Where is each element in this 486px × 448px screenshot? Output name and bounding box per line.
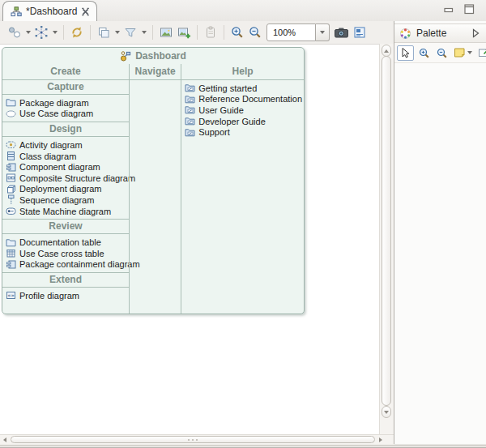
collapse-arrow-icon[interactable] — [472, 28, 480, 38]
component-diagram-icon — [6, 162, 16, 173]
list-item-support[interactable]: Support — [181, 126, 304, 138]
vertical-scrollbar[interactable] — [379, 44, 394, 434]
nodes-icon — [7, 25, 22, 40]
toolbar-separator — [224, 25, 224, 40]
zoom-level-dropdown-button[interactable] — [316, 23, 330, 41]
pin-tool-icon — [478, 47, 486, 58]
zoom-in-icon — [230, 25, 245, 40]
list-item-state-machine-diagram[interactable]: State Machine diagram — [2, 206, 129, 217]
zoom-in-button[interactable] — [228, 23, 246, 41]
palette-icon — [399, 28, 411, 40]
chevron-down-icon[interactable] — [142, 31, 147, 34]
navigate-header: Navigate — [130, 64, 181, 80]
deployment-diagram-icon — [6, 184, 16, 194]
minimize-icon[interactable] — [444, 5, 454, 15]
filter-icon — [123, 25, 138, 40]
sync-icon — [70, 25, 84, 40]
scroll-right-button[interactable] — [376, 436, 385, 443]
palette-zoom-out-tool[interactable] — [434, 46, 450, 60]
arrow-up-icon — [384, 49, 389, 53]
select-tool[interactable] — [397, 45, 414, 61]
editor-tab-bar: *Dashboard — [0, 0, 486, 22]
component-diagram-icon — [6, 259, 16, 270]
chevron-down-icon — [320, 31, 325, 34]
list-item-sequence-diagram[interactable]: Sequence diagram — [2, 194, 129, 206]
image-button[interactable] — [157, 23, 175, 41]
horizontal-scrollbar[interactable] — [0, 434, 394, 445]
tab-title: *Dashboard — [26, 6, 77, 17]
vertical-scrollbar-thumb[interactable] — [382, 56, 391, 406]
note-tool-icon — [454, 47, 466, 58]
note-tool[interactable] — [452, 46, 474, 59]
toolbar-separator — [197, 25, 198, 40]
list-item-documentation-table[interactable]: Documentation table — [2, 237, 129, 248]
capture-header: Capture — [2, 80, 129, 95]
diagram-tab-icon — [11, 6, 22, 17]
column-create: Create Capture Package diagram — [2, 64, 129, 314]
scroll-up-button[interactable] — [382, 45, 391, 57]
ellipse-icon — [6, 109, 16, 119]
list-item-developer-guide[interactable]: Developer Guide — [181, 116, 304, 127]
list-item-component-diagram[interactable]: Component diagram — [2, 161, 129, 173]
column-navigate: Navigate — [129, 64, 181, 314]
palette-header[interactable]: Palette — [394, 23, 486, 43]
scroll-left-button[interactable] — [0, 436, 9, 443]
maximize-icon[interactable] — [464, 4, 475, 15]
composite-structure-diagram-icon — [6, 173, 16, 183]
scroll-down-button[interactable] — [382, 406, 391, 418]
help-folder-icon — [185, 83, 195, 93]
close-icon[interactable] — [81, 7, 90, 16]
chevron-down-icon[interactable] — [467, 51, 472, 54]
list-item-use-case-diagram[interactable]: Use Case diagram — [2, 109, 129, 120]
activity-diagram-icon — [6, 139, 16, 150]
layout-button[interactable] — [32, 23, 59, 41]
list-item-composite-structure-diagram[interactable]: Composite Structure diagram — [2, 173, 129, 184]
palette-zoom-in-tool[interactable] — [416, 46, 432, 60]
toolbar-separator — [63, 25, 64, 40]
table-icon — [6, 248, 16, 258]
add-image-icon — [177, 25, 191, 40]
paste-button[interactable] — [202, 23, 220, 41]
list-item-class-diagram[interactable]: Class diagram — [2, 151, 129, 162]
list-item-package-diagram[interactable]: Package diagram — [2, 97, 129, 109]
list-item-getting-started[interactable]: Getting started — [181, 83, 304, 94]
section-extend: Extend «» Profile diagram — [2, 272, 129, 304]
diagram-capture-button[interactable] — [351, 23, 369, 41]
design-header: Design — [2, 122, 129, 137]
dashboard-title-row: Dashboard — [2, 48, 304, 64]
arrow-down-icon — [384, 411, 389, 414]
list-item-activity-diagram[interactable]: Activity diagram — [2, 139, 129, 151]
list-item-user-guide[interactable]: User Guide — [181, 105, 304, 116]
filter-button[interactable] — [122, 23, 148, 41]
copy-appearance-button[interactable] — [95, 23, 122, 41]
list-item-reference-documentation[interactable]: Reference Documentation — [181, 94, 304, 105]
list-item-use-case-cross-table[interactable]: Use Case cross table — [2, 248, 129, 259]
zoom-level-combo[interactable]: 100% — [266, 23, 330, 41]
chevron-down-icon[interactable] — [26, 31, 31, 34]
zoom-level-value[interactable]: 100% — [266, 23, 316, 41]
select-tool-icon — [399, 47, 411, 59]
list-item-deployment-diagram[interactable]: Deployment diagram — [2, 184, 129, 195]
nodes-button[interactable] — [6, 23, 32, 41]
help-header: Help — [181, 64, 304, 80]
add-image-button[interactable] — [175, 23, 193, 41]
chevron-down-icon[interactable] — [53, 31, 58, 34]
chevron-down-icon[interactable] — [115, 31, 120, 34]
horizontal-scrollbar-thumb[interactable] — [11, 436, 375, 443]
zoom-out-button[interactable] — [246, 23, 264, 41]
palette-tools — [394, 43, 486, 63]
list-item-profile-diagram[interactable]: «» Profile diagram — [2, 290, 129, 301]
extend-header: Extend — [2, 273, 129, 288]
diagram-toolbar: 100% — [0, 21, 394, 44]
sequence-diagram-icon — [6, 194, 16, 205]
pin-note-tool[interactable] — [476, 46, 486, 59]
folder-icon — [6, 237, 16, 248]
copy-appearance-icon — [96, 25, 111, 40]
help-folder-icon — [185, 94, 195, 105]
tab-dashboard[interactable]: *Dashboard — [2, 1, 97, 21]
snapshot-button[interactable] — [332, 23, 351, 41]
sync-button[interactable] — [68, 23, 86, 41]
list-item-package-containment-diagram[interactable]: Package containment diagram — [2, 259, 129, 271]
camera-icon — [334, 25, 349, 40]
diagram-canvas[interactable]: Dashboard Create Capture Package dia — [0, 44, 379, 434]
